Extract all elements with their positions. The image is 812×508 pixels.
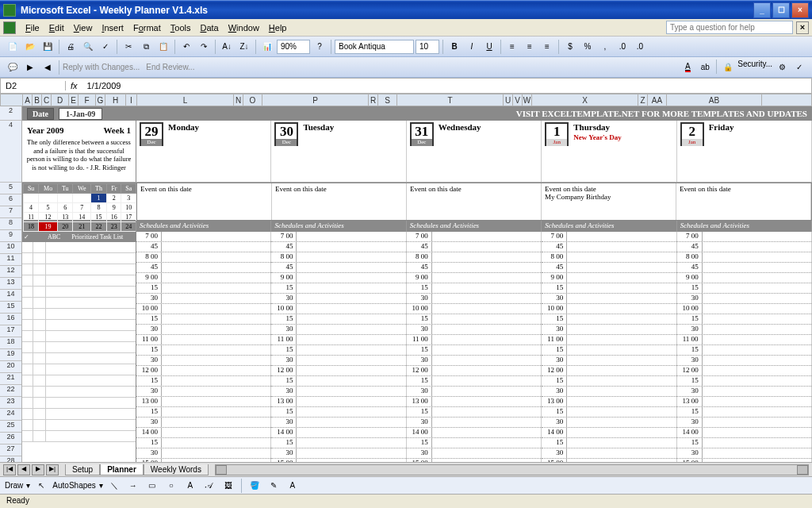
menu-help[interactable]: Help: [264, 21, 292, 34]
draw-menu[interactable]: Draw: [5, 481, 23, 490]
menu-tools[interactable]: Tools: [166, 21, 196, 34]
close-doc-button[interactable]: ×: [796, 21, 809, 34]
undo-icon[interactable]: ↶: [178, 39, 194, 55]
redo-icon[interactable]: ↷: [196, 39, 212, 55]
help-icon[interactable]: ?: [312, 39, 327, 55]
last-tab-button[interactable]: ▶|: [46, 464, 59, 475]
menubar: File Edit View Insert Format Tools Data …: [0, 19, 812, 37]
linecolor-icon[interactable]: ✎: [266, 478, 282, 494]
mini-calendar[interactable]: SuMoTuWeThFrSa12345678910111213141516171…: [23, 183, 137, 220]
status-text: Ready: [6, 496, 29, 505]
paste-icon[interactable]: 📋: [155, 39, 171, 55]
cut-icon[interactable]: ✂: [121, 39, 136, 55]
bold-icon[interactable]: B: [446, 39, 462, 55]
sheet-tab[interactable]: Planner: [100, 464, 144, 475]
new-icon[interactable]: 📄: [5, 39, 21, 55]
event-cell[interactable]: Event on this date: [137, 183, 272, 220]
event-cell[interactable]: Event on this date: [407, 183, 542, 220]
decimal-inc-icon[interactable]: .0: [615, 39, 630, 55]
spell-icon[interactable]: ✓: [98, 39, 113, 55]
next-comment-icon[interactable]: ▶: [22, 60, 38, 75]
menu-edit[interactable]: Edit: [44, 21, 69, 34]
print-icon[interactable]: 🖨: [63, 39, 79, 55]
sort-desc-icon[interactable]: Z↓: [236, 39, 252, 55]
prev-comment-icon[interactable]: ◀: [40, 60, 56, 75]
align-right-icon[interactable]: ≡: [539, 39, 555, 55]
pointer-icon[interactable]: ↖: [33, 478, 49, 494]
event-cell[interactable]: Event on this date: [272, 183, 407, 220]
close-button[interactable]: ×: [791, 2, 809, 18]
wordart-icon[interactable]: 𝒜: [201, 478, 217, 494]
font-name-box[interactable]: Book Antiqua: [335, 40, 414, 54]
sheet-tab[interactable]: Setup: [65, 464, 100, 475]
event-cell[interactable]: Event on this date My Company Birthday: [542, 183, 676, 220]
ab-icon[interactable]: ab: [697, 60, 713, 75]
autoshapes-menu[interactable]: AutoShapes: [52, 481, 96, 490]
menu-file[interactable]: File: [21, 21, 44, 34]
currency-icon[interactable]: $: [562, 39, 578, 55]
date-value[interactable]: 1-Jan-09: [59, 108, 102, 120]
fx-icon[interactable]: fx: [66, 81, 82, 90]
prev-tab-button[interactable]: ◀: [17, 464, 30, 475]
event-cell[interactable]: Event on this date: [676, 183, 811, 220]
underline-icon[interactable]: U: [481, 39, 497, 55]
comma-icon[interactable]: ,: [597, 39, 613, 55]
sort-asc-icon[interactable]: A↓: [219, 39, 235, 55]
scroll-left-icon[interactable]: [216, 465, 227, 475]
date-label: Date: [27, 108, 54, 120]
schedule-column[interactable]: 7 00458 00459 00153010 00153011 00153012…: [271, 232, 406, 462]
comment-icon[interactable]: 💬: [5, 60, 21, 75]
font-color-icon[interactable]: A: [680, 60, 695, 75]
fillcolor-icon[interactable]: 🪣: [247, 478, 262, 494]
help-search[interactable]: [666, 21, 793, 34]
column-headers[interactable]: A B C D E F G H I L N O P R S T U V W X …: [0, 94, 812, 106]
sheet-content[interactable]: Date 1-Jan-09 VISIT EXCELTEMPLATE.NET FO…: [22, 106, 812, 462]
menu-insert[interactable]: Insert: [97, 21, 128, 34]
sec2-icon[interactable]: ✓: [791, 60, 807, 75]
name-box[interactable]: D2: [1, 81, 66, 90]
menu-window[interactable]: Window: [224, 21, 264, 34]
schedule-column[interactable]: 7 00458 00459 00153010 00153011 00153012…: [136, 232, 271, 462]
task-list[interactable]: ✓ABCPrioritized Task List: [22, 232, 136, 462]
horizontal-scrollbar[interactable]: [215, 464, 809, 475]
security-label[interactable]: Security...: [737, 60, 772, 75]
minimize-button[interactable]: _: [753, 2, 771, 18]
side-info: Year 2009Week 1 The only difference betw…: [22, 121, 136, 182]
align-center-icon[interactable]: ≡: [522, 39, 538, 55]
scroll-right-icon[interactable]: [797, 465, 808, 475]
font-size-box[interactable]: 10: [416, 40, 439, 54]
preview-icon[interactable]: 🔍: [80, 39, 96, 55]
schedule-column[interactable]: 7 00458 00459 00153010 00153011 00153012…: [542, 232, 676, 462]
schedule-column[interactable]: 7 00458 00459 00153010 00153011 00153012…: [407, 232, 542, 462]
sheet-tab[interactable]: Weekly Words: [144, 464, 209, 475]
next-tab-button[interactable]: ▶: [32, 464, 44, 475]
menu-data[interactable]: Data: [195, 21, 223, 34]
rect-icon[interactable]: ▭: [144, 478, 160, 494]
copy-icon[interactable]: ⧉: [138, 39, 154, 55]
open-icon[interactable]: 📂: [22, 39, 38, 55]
maximize-button[interactable]: ☐: [772, 2, 790, 18]
zoom-box[interactable]: 90%: [277, 40, 310, 54]
chart-icon[interactable]: 📊: [259, 39, 275, 55]
save-icon[interactable]: 💾: [40, 39, 56, 55]
formula-input[interactable]: 1/1/2009: [82, 81, 811, 90]
first-tab-button[interactable]: |◀: [3, 464, 16, 475]
textbox-icon[interactable]: A: [182, 478, 198, 494]
percent-icon[interactable]: %: [580, 39, 596, 55]
row-headers[interactable]: 2 4 567 8910 111213 141516 171819 202122…: [0, 106, 22, 462]
schedule-column[interactable]: 7 00458 00459 00153010 00153011 00153012…: [677, 232, 812, 462]
fontcolor-icon[interactable]: A: [285, 478, 301, 494]
arrow-icon[interactable]: →: [125, 478, 141, 494]
italic-icon[interactable]: I: [464, 39, 480, 55]
align-left-icon[interactable]: ≡: [504, 39, 520, 55]
spreadsheet-grid[interactable]: 2 4 567 8910 111213 141516 171819 202122…: [0, 106, 812, 462]
lock-icon[interactable]: 🔒: [720, 60, 736, 75]
sec1-icon[interactable]: ⚙: [774, 60, 790, 75]
oval-icon[interactable]: ○: [163, 478, 179, 494]
clipart-icon[interactable]: 🖼: [220, 478, 236, 494]
menu-format[interactable]: Format: [128, 21, 166, 34]
menu-view[interactable]: View: [69, 21, 98, 34]
header-band: Date 1-Jan-09 VISIT EXCELTEMPLATE.NET FO…: [22, 106, 812, 121]
line-icon[interactable]: ＼: [106, 478, 122, 494]
decimal-dec-icon[interactable]: .0: [632, 39, 648, 55]
